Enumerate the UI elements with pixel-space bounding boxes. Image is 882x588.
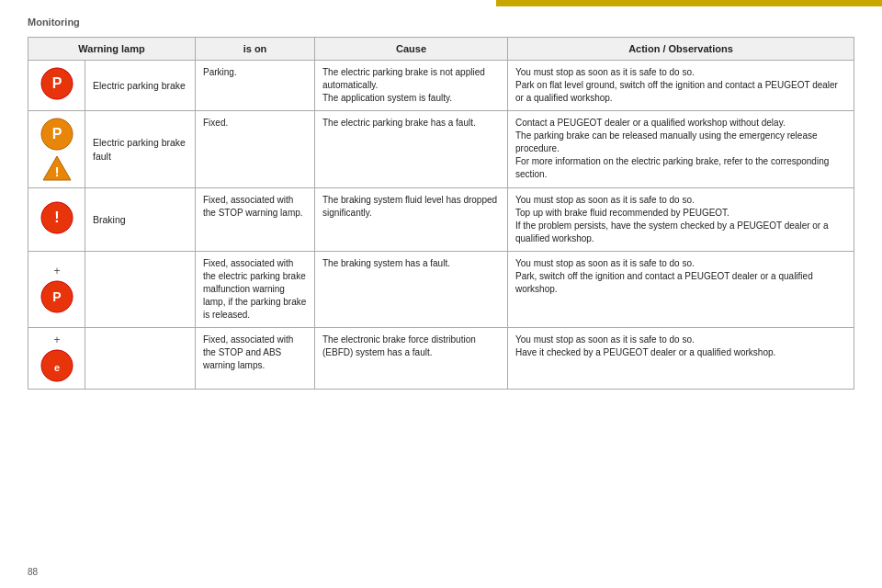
is-on-cell: Parking.	[196, 61, 315, 111]
warning-name: Electric parking brake fault	[85, 111, 196, 188]
action-cell: You must stop as soon as it is safe to d…	[508, 61, 854, 111]
svg-text:+: +	[53, 334, 60, 346]
cause-cell: The electric parking brake is not applie…	[315, 61, 508, 111]
action-cell: You must stop as soon as it is safe to d…	[508, 328, 854, 390]
warning-table: Warning lamp is on Cause Action / Observ…	[28, 37, 854, 390]
page: Monitoring Warning lamp is on Cause Acti…	[0, 0, 882, 588]
svg-text:e: e	[53, 362, 59, 373]
warning-name: Electric parking brake	[85, 61, 196, 111]
table-row: + e Fixed, associated with the STOP and …	[28, 328, 854, 390]
page-number: 88	[28, 567, 38, 577]
col-warning-lamp: Warning lamp	[28, 38, 196, 61]
svg-text:!: !	[54, 164, 59, 179]
action-cell: You must stop as soon as it is safe to d…	[508, 188, 854, 252]
warning-icon-cell: + P	[28, 252, 85, 328]
warning-name	[85, 252, 196, 328]
svg-text:!: !	[54, 209, 59, 225]
svg-text:P: P	[52, 289, 61, 304]
warning-name	[85, 328, 196, 390]
svg-text:P: P	[51, 126, 62, 141]
table-row: ! BrakingFixed, associated with the STOP…	[28, 188, 854, 252]
is-on-cell: Fixed.	[196, 111, 315, 188]
warning-name: Braking	[85, 188, 196, 252]
table-row: P ! Electric parking brake faultFixed.Th…	[28, 111, 854, 188]
warning-icon-cell: + e	[28, 328, 85, 390]
gold-bar	[496, 0, 882, 6]
cause-cell: The electronic brake force distribution …	[315, 328, 508, 390]
is-on-cell: Fixed, associated with the electric park…	[196, 252, 315, 328]
action-cell: Contact a PEUGEOT dealer or a qualified …	[508, 111, 854, 188]
warning-icon-cell: !	[28, 188, 85, 252]
col-is-on: is on	[196, 38, 315, 61]
warning-icon-cell: P !	[28, 111, 85, 188]
svg-text:+: +	[53, 265, 60, 277]
action-cell: You must stop as soon as it is safe to d…	[508, 252, 854, 328]
table-row: + P Fixed, associated with the electric …	[28, 252, 854, 328]
cause-cell: The braking system has a fault.	[315, 252, 508, 328]
svg-text:P: P	[51, 75, 62, 91]
cause-cell: The electric parking brake has a fault.	[315, 111, 508, 188]
page-title: Monitoring	[28, 17, 854, 28]
cause-cell: The braking system fluid level has dropp…	[315, 188, 508, 252]
is-on-cell: Fixed, associated with the STOP and ABS …	[196, 328, 315, 390]
col-cause: Cause	[315, 38, 508, 61]
table-row: P Electric parking brakeParking.The elec…	[28, 61, 854, 111]
warning-icon-cell: P	[28, 61, 85, 111]
is-on-cell: Fixed, associated with the STOP warning …	[196, 188, 315, 252]
col-action: Action / Observations	[508, 38, 854, 61]
